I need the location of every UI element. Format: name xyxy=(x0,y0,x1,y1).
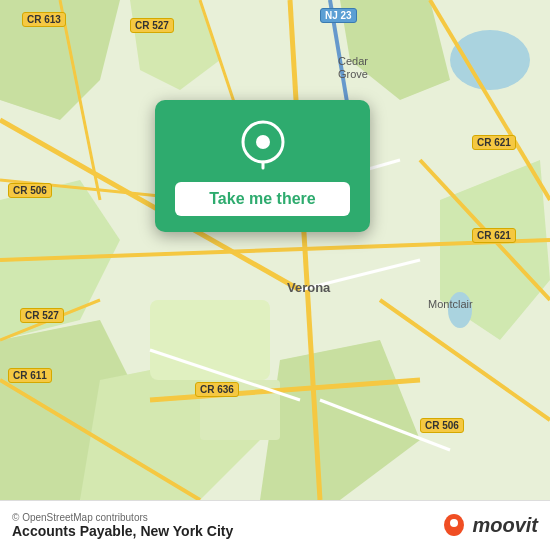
cr636-badge: CR 636 xyxy=(195,382,239,397)
location-title: Accounts Payable, New York City xyxy=(12,523,233,539)
svg-point-31 xyxy=(256,135,270,149)
cr506-bot-badge: CR 506 xyxy=(420,418,464,433)
osm-credit: © OpenStreetMap contributors xyxy=(12,512,233,523)
cedar-grove-label: CedarGrove xyxy=(338,55,368,81)
cr527-bot-badge: CR 527 xyxy=(20,308,64,323)
svg-point-34 xyxy=(450,519,458,527)
montclair-label: Montclair xyxy=(428,298,473,310)
verona-label: Verona xyxy=(287,280,330,295)
svg-point-11 xyxy=(450,30,530,90)
map-container: CedarGrove Montclair Verona CR 613 CR 52… xyxy=(0,0,550,500)
cr621-mid-badge: CR 621 xyxy=(472,228,516,243)
moovit-brand-text: moovit xyxy=(472,514,538,537)
cr613-badge: CR 613 xyxy=(22,12,66,27)
cr506-left-badge: CR 506 xyxy=(8,183,52,198)
take-me-there-button[interactable]: Take me there xyxy=(175,182,350,216)
cr527-top-badge: CR 527 xyxy=(130,18,174,33)
moovit-logo: moovit xyxy=(440,512,538,540)
nj23-badge: NJ 23 xyxy=(320,8,357,23)
action-card: Take me there xyxy=(155,100,370,232)
cr621-top-badge: CR 621 xyxy=(472,135,516,150)
location-pin-icon xyxy=(238,120,288,170)
moovit-pin-icon xyxy=(440,512,468,540)
bottom-bar: © OpenStreetMap contributors Accounts Pa… xyxy=(0,500,550,550)
svg-rect-9 xyxy=(150,300,270,380)
cr611-badge: CR 611 xyxy=(8,368,52,383)
bottom-info: © OpenStreetMap contributors Accounts Pa… xyxy=(12,512,233,539)
